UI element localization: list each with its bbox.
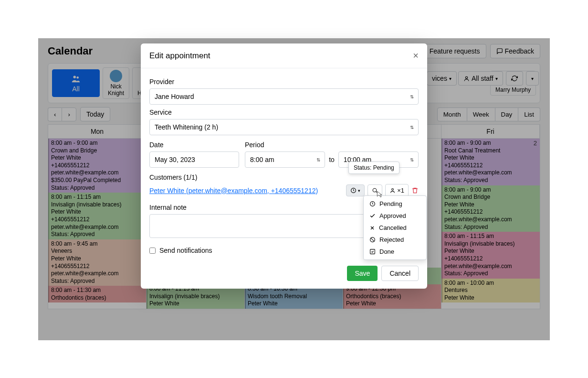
- status-option-done[interactable]: Done: [364, 246, 426, 258]
- provider-select[interactable]: Jane Howard: [149, 88, 419, 105]
- to-label: to: [329, 156, 335, 163]
- ban-icon: [369, 237, 376, 243]
- customer-link[interactable]: Peter White (peter.white@example.com, +1…: [149, 187, 318, 194]
- status-option-rejected[interactable]: Rejected: [364, 234, 426, 246]
- status-button[interactable]: ▾: [346, 184, 365, 196]
- svg-rect-8: [370, 249, 375, 254]
- status-option-pending[interactable]: Pending: [364, 198, 426, 210]
- person-icon: [389, 187, 396, 194]
- cancel-button[interactable]: Cancel: [381, 266, 419, 281]
- service-select[interactable]: Teeth Whitening (2 h): [149, 119, 419, 135]
- customers-label: Customers (1/1): [149, 173, 419, 181]
- chevron-down-icon: ▾: [358, 188, 360, 193]
- close-button[interactable]: ×: [413, 50, 419, 61]
- capacity-button[interactable]: ×1: [385, 184, 409, 197]
- provider-label: Provider: [149, 78, 419, 86]
- x-icon: [369, 225, 375, 231]
- period-from-select[interactable]: 8:00 am: [245, 151, 325, 168]
- trash-icon: [411, 187, 419, 194]
- date-input[interactable]: [149, 151, 239, 168]
- modal-footer: Save Cancel: [141, 260, 427, 289]
- check-icon: [369, 213, 376, 219]
- delete-customer-button[interactable]: [411, 187, 419, 194]
- save-button[interactable]: Save: [347, 266, 378, 281]
- status-dropdown: Pending Approved Cancelled Rejected Done: [363, 195, 427, 260]
- status-option-cancelled[interactable]: Cancelled: [364, 222, 426, 234]
- status-option-approved[interactable]: Approved: [364, 210, 426, 222]
- svg-point-5: [392, 188, 394, 190]
- cursor-icon: [376, 190, 383, 199]
- service-label: Service: [149, 108, 419, 116]
- status-tooltip: Status: Pending: [348, 162, 399, 174]
- modal-header: Edit appointment ×: [141, 43, 427, 68]
- modal-title: Edit appointment: [149, 51, 210, 61]
- notify-label: Send notifications: [159, 247, 212, 254]
- period-label: Period: [245, 141, 419, 149]
- clock-icon: [369, 201, 376, 207]
- notify-checkbox[interactable]: [149, 248, 156, 254]
- check-square-icon: [369, 248, 376, 255]
- date-label: Date: [149, 141, 239, 149]
- clock-icon: [350, 187, 357, 194]
